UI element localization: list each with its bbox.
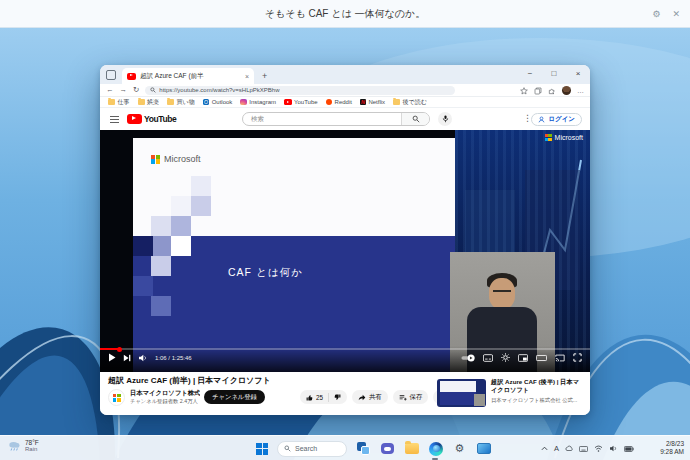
bookmark-folder-readlater[interactable]: 後で読む bbox=[393, 98, 427, 107]
search-button[interactable] bbox=[401, 113, 429, 125]
extensions-icon[interactable] bbox=[548, 87, 556, 95]
subscribe-button[interactable]: チャンネル登録 bbox=[204, 390, 265, 404]
search-icon bbox=[412, 115, 420, 123]
mosaic-decor bbox=[151, 216, 171, 236]
video-info-section: 超訳 Azure CAF (前半) | 日本マイクロソフト 日本マイクロソフト株… bbox=[100, 372, 590, 415]
autoplay-toggle[interactable] bbox=[461, 354, 475, 362]
recommended-title[interactable]: 超訳 Azure CAF (後半) | 日本マイクロソフト bbox=[491, 378, 585, 395]
mosaic-decor bbox=[151, 256, 171, 276]
wifi-icon[interactable] bbox=[594, 445, 603, 452]
tab-actions-icon[interactable] bbox=[106, 70, 116, 80]
file-explorer-icon[interactable] bbox=[404, 441, 419, 456]
slide-microsoft-brand: Microsoft bbox=[151, 154, 201, 164]
voice-search-button[interactable] bbox=[438, 112, 452, 126]
microphone-icon bbox=[442, 115, 449, 123]
banner-settings-icon[interactable]: ⚙ bbox=[652, 9, 660, 19]
bookmarks-bar: 仕事 娯楽 買い物 OOutlook Instagram YouTube Red… bbox=[100, 97, 590, 108]
profile-avatar[interactable] bbox=[562, 86, 571, 95]
progress-bar[interactable] bbox=[100, 348, 590, 350]
youtube-icon bbox=[284, 99, 292, 105]
taskbar-clock[interactable]: 2/8/23 9:28 AM bbox=[660, 440, 684, 457]
progress-scrubber[interactable] bbox=[117, 347, 122, 352]
thumbs-up-icon[interactable] bbox=[306, 394, 313, 401]
fullscreen-icon[interactable] bbox=[573, 353, 582, 362]
menu-hamburger-icon[interactable] bbox=[110, 116, 119, 124]
bookmark-folder-work[interactable]: 仕事 bbox=[108, 98, 130, 107]
weather-widget[interactable]: 78°FRain bbox=[8, 439, 39, 452]
bookmark-outlook[interactable]: OOutlook bbox=[203, 99, 233, 106]
youtube-search-bar: 検索 bbox=[242, 112, 430, 126]
like-count[interactable]: 25 bbox=[316, 394, 323, 401]
volume-icon[interactable] bbox=[138, 354, 148, 362]
clock-date: 2/8/23 bbox=[660, 440, 684, 448]
player-controls: 1:06 / 1:25:46 bbox=[100, 346, 590, 372]
chat-app-icon[interactable] bbox=[380, 441, 395, 456]
banner-close-icon[interactable]: ✕ bbox=[672, 9, 680, 19]
cast-icon[interactable] bbox=[555, 354, 565, 362]
next-button[interactable] bbox=[123, 354, 131, 362]
settings-app-icon[interactable]: ⚙ bbox=[452, 441, 467, 456]
youtube-logo[interactable]: YouTube bbox=[127, 114, 176, 125]
taskbar-search[interactable]: Search bbox=[277, 441, 347, 457]
miniplayer-icon[interactable] bbox=[518, 354, 528, 362]
start-button[interactable] bbox=[256, 443, 268, 455]
window-minimize-button[interactable]: − bbox=[518, 65, 542, 84]
bookmark-folder-shopping[interactable]: 買い物 bbox=[167, 98, 195, 107]
window-maximize-button[interactable]: □ bbox=[542, 65, 566, 84]
search-lock-icon bbox=[150, 87, 156, 93]
save-button[interactable]: 保存 bbox=[393, 390, 429, 404]
ime-indicator[interactable]: A bbox=[554, 444, 559, 453]
browser-tab[interactable]: 超訳 Azure CAF (前半 × bbox=[122, 68, 254, 84]
theater-mode-icon[interactable] bbox=[536, 354, 547, 362]
task-view-button[interactable] bbox=[356, 441, 371, 456]
share-button[interactable]: 共有 bbox=[352, 390, 388, 404]
microsoft-logo-icon bbox=[113, 394, 121, 402]
banner-title: そもそも CAF とは 一体何なのか。 bbox=[265, 7, 425, 21]
thumbs-down-icon[interactable] bbox=[334, 394, 341, 401]
bookmark-instagram[interactable]: Instagram bbox=[240, 99, 276, 106]
youtube-favicon bbox=[127, 73, 136, 80]
monitor-app-icon[interactable] bbox=[476, 441, 491, 456]
onedrive-cloud-icon[interactable] bbox=[565, 445, 573, 452]
recommended-thumbnail[interactable] bbox=[437, 379, 486, 407]
channel-avatar[interactable] bbox=[108, 389, 125, 406]
recommended-channel: 日本マイクロソフト株式会社 公式... bbox=[491, 397, 585, 404]
save-playlist-icon bbox=[399, 394, 407, 401]
login-button[interactable]: ログイン bbox=[531, 113, 582, 126]
mosaic-decor bbox=[151, 296, 171, 316]
back-icon[interactable]: ← bbox=[106, 86, 114, 94]
settings-gear-icon[interactable] bbox=[501, 353, 510, 362]
channel-subscribers: チャンネル登録者数 2.4万人 bbox=[130, 398, 202, 405]
bookmark-youtube[interactable]: YouTube bbox=[284, 99, 318, 105]
tray-chevron-up-icon[interactable] bbox=[541, 446, 548, 451]
screen: そもそも CAF とは 一体何なのか。 ⚙ ✕ 超訳 Azure CAF (前半 bbox=[0, 0, 690, 460]
battery-icon[interactable] bbox=[624, 446, 634, 452]
channel-name[interactable]: 日本マイクロソフト株式会社 公... bbox=[130, 389, 200, 398]
tab-close-icon[interactable]: × bbox=[245, 73, 249, 80]
favorites-star-icon[interactable] bbox=[520, 87, 528, 95]
collections-icon[interactable] bbox=[534, 87, 542, 95]
new-tab-button[interactable]: + bbox=[262, 71, 267, 81]
url-text: https://youtube.com/watch?v=sHLpPkXPBhw bbox=[159, 87, 279, 93]
outlook-icon: O bbox=[203, 99, 210, 106]
edge-browser-icon[interactable] bbox=[428, 441, 443, 456]
slide-title: CAF とは何か bbox=[228, 266, 303, 280]
window-close-button[interactable]: × bbox=[566, 65, 590, 84]
bookmark-folder-leisure[interactable]: 娯楽 bbox=[138, 98, 160, 107]
bookmark-reddit[interactable]: Reddit bbox=[326, 99, 352, 106]
subtitles-icon[interactable] bbox=[483, 354, 493, 362]
touch-keyboard-icon[interactable] bbox=[579, 446, 588, 452]
address-bar[interactable]: https://youtube.com/watch?v=sHLpPkXPBhw bbox=[145, 86, 455, 95]
play-button[interactable] bbox=[108, 353, 116, 362]
browser-window: 超訳 Azure CAF (前半 × + − □ × ← → ↻ https:/… bbox=[100, 65, 590, 415]
volume-icon[interactable] bbox=[609, 445, 618, 452]
more-menu-icon[interactable]: … bbox=[577, 87, 584, 94]
refresh-icon[interactable]: ↻ bbox=[133, 86, 139, 94]
mosaic-decor bbox=[151, 236, 171, 256]
bookmark-netflix[interactable]: NNetflix bbox=[360, 99, 385, 106]
forward-icon[interactable]: → bbox=[120, 86, 128, 94]
time-display: 1:06 / 1:25:46 bbox=[155, 355, 192, 361]
search-input[interactable]: 検索 bbox=[243, 113, 401, 125]
video-player[interactable]: Microsoft Microsoft CAF とは何か bbox=[100, 130, 590, 372]
youtube-play-icon bbox=[127, 114, 142, 125]
